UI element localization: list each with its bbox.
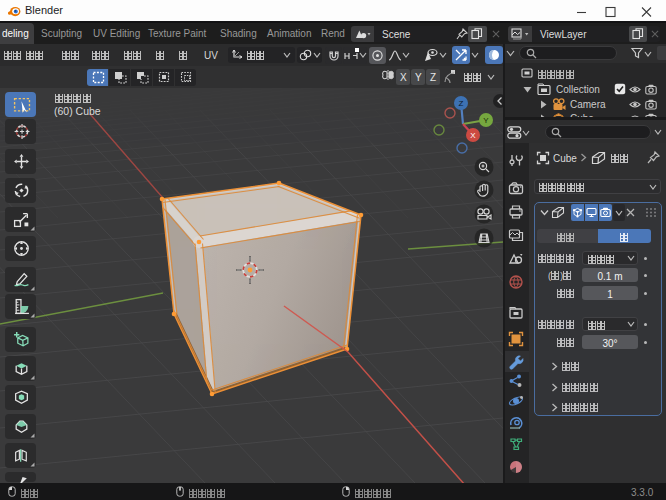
svg-text:Y: Y bbox=[483, 116, 489, 125]
svg-text:Z: Z bbox=[459, 99, 464, 108]
svg-text:X: X bbox=[470, 131, 476, 140]
